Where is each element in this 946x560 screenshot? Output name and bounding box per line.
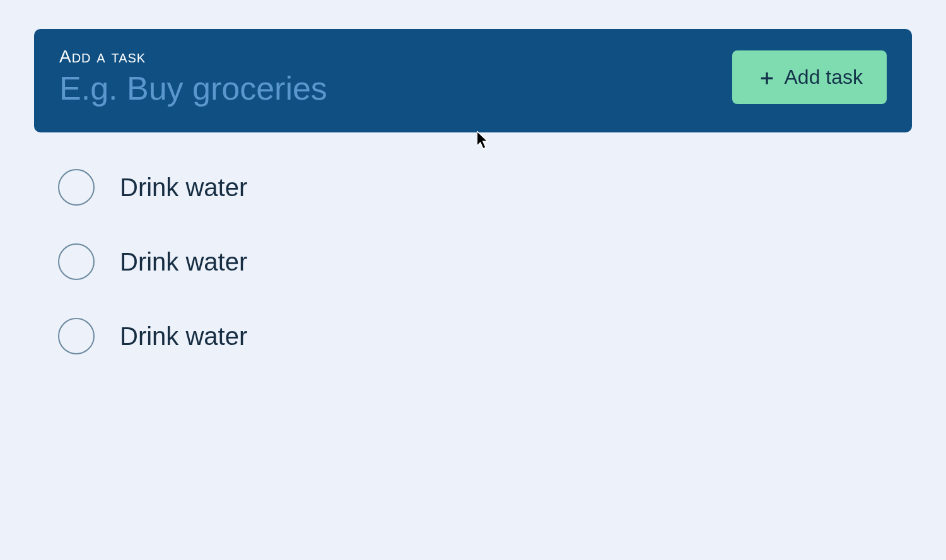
task-label: Drink water xyxy=(120,248,247,276)
add-task-input[interactable] xyxy=(59,69,707,107)
add-task-button-label: Add task xyxy=(784,66,863,89)
add-task-panel: Add a task ＋ Add task xyxy=(34,29,912,132)
task-checkbox[interactable] xyxy=(58,243,95,280)
task-row: Drink water xyxy=(58,169,912,206)
add-task-button[interactable]: ＋ Add task xyxy=(732,50,887,104)
task-row: Drink water xyxy=(58,318,912,354)
task-checkbox[interactable] xyxy=(58,169,95,206)
task-label: Drink water xyxy=(120,173,247,202)
task-row: Drink water xyxy=(58,243,912,280)
task-label: Drink water xyxy=(120,322,247,351)
app-root: Add a task ＋ Add task Drink water Drink … xyxy=(0,0,946,383)
task-checkbox[interactable] xyxy=(58,318,95,354)
task-list: Drink water Drink water Drink water xyxy=(34,169,912,354)
plus-icon: ＋ xyxy=(756,66,778,88)
add-task-label: Add a task xyxy=(59,47,707,67)
add-task-input-group: Add a task xyxy=(59,47,707,107)
